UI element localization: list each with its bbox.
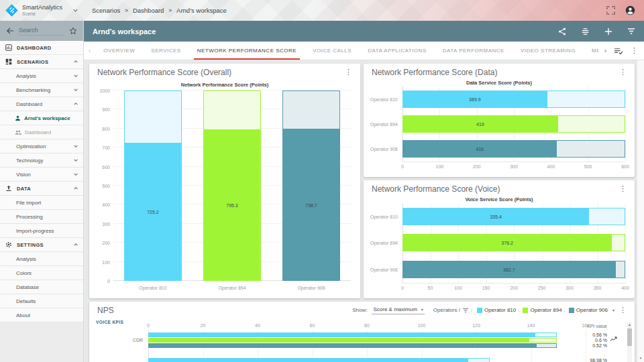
scrollbar-thumb[interactable]: [627, 328, 632, 346]
person-icon: [15, 115, 21, 121]
legend-item-operator-894[interactable]: Operator 894,: [523, 307, 565, 313]
sidebar-item-settings[interactable]: SETTINGS: [0, 238, 83, 252]
account-icon[interactable]: [625, 5, 635, 15]
bar-row-operator-810: Operator 810389.9: [402, 90, 625, 108]
tab-network-performance-score[interactable]: NETWORK PERFORMANCE SCORE: [189, 42, 305, 60]
sidebar-item-vision[interactable]: Vision: [0, 168, 83, 182]
legend-item-operator-810[interactable]: Operator 810,: [477, 307, 519, 313]
card-overall-score: Network Performance Score (Overall) ⋮ Ne…: [89, 64, 360, 298]
x-axis-tick-label: 0: [401, 286, 404, 290]
gear-icon: [5, 241, 12, 248]
y-axis-tick-label: 300: [102, 221, 110, 226]
brand[interactable]: SmartAnalytics Scene: [0, 0, 84, 21]
sidebar-item-data[interactable]: DATA: [0, 182, 83, 196]
legend: Operator 810,Operator 894,Operator 906: [477, 307, 608, 313]
sidebar-item-import-progress[interactable]: Import-progress: [0, 224, 83, 238]
card-title: NPS: [97, 306, 114, 315]
y-axis-tick-label: 200: [102, 241, 110, 245]
topbar: SmartAnalytics Scene Scenarios>Dashboard…: [0, 0, 644, 21]
nps-scrollbar[interactable]: ▲: [627, 322, 632, 362]
bar-operator-894: 795.3: [203, 90, 261, 281]
sidebar-item-arnd-s-workspace[interactable]: Arnd's workspace: [0, 111, 83, 125]
sidebar-item-dashboard[interactable]: DASHBOARD: [0, 41, 83, 55]
sidebar-item-processing[interactable]: Processing: [0, 210, 83, 224]
sidebar-item-database[interactable]: Database: [0, 280, 83, 294]
legend-color-chip: [523, 308, 528, 313]
sidebar-item-label: DASHBOARD: [17, 45, 51, 51]
x-axis-tick-label: 160: [582, 323, 590, 328]
show-select[interactable]: Score & maximum ▾: [372, 306, 424, 314]
tabs-scroll-left-icon[interactable]: ‹: [84, 47, 95, 54]
card-kebab-icon[interactable]: ⋮: [619, 68, 627, 76]
bar-row-operator-894: Operator 894419: [402, 115, 625, 133]
sidebar-item-about[interactable]: About: [0, 308, 83, 322]
trend-sparkline-icon[interactable]: [610, 337, 617, 342]
tab-overview[interactable]: OVERVIEW: [95, 42, 143, 60]
dashboard-icon: [5, 44, 12, 51]
scroll-up-icon[interactable]: ▲: [628, 322, 631, 327]
sidebar-item-scenarios[interactable]: SCENARIOS: [0, 55, 83, 69]
sidebar-item-label: Defaults: [16, 298, 36, 304]
sidebar-item-optimization[interactable]: Optimization: [0, 139, 83, 154]
chevron-down-icon: [73, 73, 78, 78]
tab-messaging[interactable]: MESSAGING: [584, 42, 598, 60]
window-scrollbar[interactable]: ▼: [637, 60, 644, 362]
chart-title: Voice Service Score (Points): [364, 196, 635, 202]
search-input[interactable]: Search: [19, 27, 64, 36]
x-axis-tick-label: 100: [435, 164, 443, 169]
legend-dropdown-icon[interactable]: ▾: [612, 308, 614, 312]
sidebar-item-dashboard[interactable]: Dashboard: [0, 97, 83, 111]
brand-subtitle: Scene: [22, 11, 62, 17]
bar-row-operator-894: Operator 894376.2: [402, 234, 625, 251]
bar-operator-906: 798.7: [282, 90, 340, 281]
tab-data-performance[interactable]: DATA PERFORMANCE: [435, 42, 513, 60]
tab-voice-calls[interactable]: VOICE CALLS: [305, 42, 360, 60]
sidebar-item-label: DATA: [17, 186, 31, 192]
y-axis-tick-label: 900: [102, 107, 110, 112]
filter-icon[interactable]: [627, 27, 635, 35]
upload-icon: [5, 185, 12, 192]
sidebar: Search DASHBOARDSCENARIOSAnalysisBenchma…: [0, 21, 84, 362]
x-axis-tick-label: 0: [147, 323, 150, 328]
chevron-down-icon: ▾: [421, 307, 423, 312]
tabs-scroll-right-icon[interactable]: ›: [604, 47, 606, 54]
collapse-rows-icon[interactable]: [581, 27, 590, 36]
sort-icon[interactable]: [462, 308, 469, 313]
overall-bar-chart: 01002003004005006007008009001000725.2Ope…: [113, 90, 351, 281]
sidebar-item-technology[interactable]: Technology: [0, 154, 83, 168]
sidebar-item-analysis[interactable]: Analysis: [0, 252, 83, 266]
sidebar-item-colors[interactable]: Colors: [0, 266, 83, 280]
tab-services[interactable]: SERVICES: [143, 42, 189, 60]
sidebar-item-dashboard[interactable]: Dashboard: [0, 125, 83, 139]
x-axis-category-label: Operator 906: [282, 286, 340, 290]
breadcrumb-item-dashboard[interactable]: Dashboard: [133, 7, 164, 14]
tab-data-applications[interactable]: DATA APPLICATIONS: [360, 42, 435, 60]
add-icon[interactable]: [604, 27, 612, 36]
legend-item-operator-906[interactable]: Operator 906: [569, 307, 608, 313]
bar-value-label: 798.7: [282, 202, 340, 207]
chevron-down-icon: [73, 143, 78, 149]
sidebar-item-file-import[interactable]: File import: [0, 196, 83, 210]
breadcrumb-item-arnd-s-workspace[interactable]: Arnd's workspace: [176, 7, 227, 14]
chevron-down-icon[interactable]: [72, 7, 78, 13]
card-kebab-icon[interactable]: ⋮: [345, 68, 352, 76]
tabbar-kebab-icon[interactable]: ⋮: [631, 47, 638, 54]
sidebar-item-label: Optimization: [16, 143, 46, 149]
fullscreen-icon[interactable]: [606, 6, 615, 15]
scroll-down-icon[interactable]: ▼: [637, 356, 644, 360]
share-icon[interactable]: [558, 27, 566, 36]
card-kebab-icon[interactable]: ⋮: [619, 185, 627, 192]
playlist-check-icon[interactable]: [614, 47, 623, 55]
card-kebab-icon[interactable]: ⋮: [619, 306, 627, 314]
star-icon[interactable]: [69, 27, 77, 35]
y-axis-tick-label: 700: [102, 145, 110, 150]
sidebar-item-analysis[interactable]: Analysis: [0, 69, 83, 83]
card-title: Network Performance Score (Voice): [372, 184, 500, 194]
legend-separator: ,: [564, 307, 566, 313]
breadcrumb-item-scenarios[interactable]: Scenarios: [92, 7, 120, 14]
tab-video-streaming[interactable]: VIDEO STREAMING: [513, 42, 584, 60]
back-arrow-icon[interactable]: [6, 27, 14, 34]
sidebar-item-defaults[interactable]: Defaults: [0, 294, 83, 308]
sidebar-item-label: Dashboard: [25, 129, 51, 135]
sidebar-item-benchmarking[interactable]: Benchmarking: [0, 83, 83, 97]
